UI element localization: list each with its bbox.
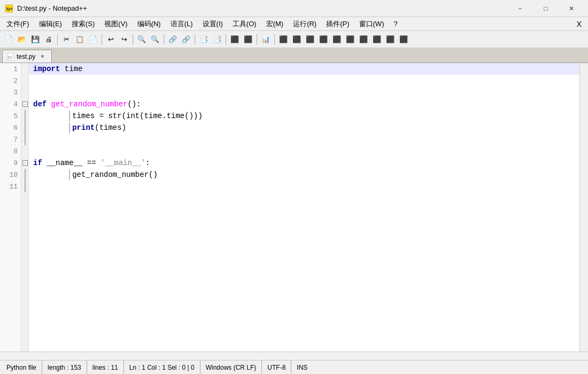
toolbar-btn-15[interactable]: 🔗 bbox=[166, 33, 179, 46]
block-bar bbox=[69, 122, 70, 133]
toolbar-btn-21[interactable]: ⬛ bbox=[228, 33, 241, 46]
toolbar-btn-9[interactable]: ↩ bbox=[104, 33, 117, 46]
margin-cell-4[interactable]: − bbox=[21, 98, 28, 110]
margin-cell-6 bbox=[21, 122, 28, 134]
toolbar-btn-19[interactable]: 📑 bbox=[211, 33, 223, 46]
toolbar-btn-22[interactable]: ⬛ bbox=[242, 33, 254, 46]
toolbar-btn-2[interactable]: 💾 bbox=[29, 33, 42, 46]
toolbar-btn-10[interactable]: ↪ bbox=[118, 33, 130, 46]
menu-item-p[interactable]: 插件(P) bbox=[322, 18, 353, 30]
menu-item-i[interactable]: 设置(I) bbox=[198, 18, 227, 30]
scrollbar-bottom[interactable] bbox=[0, 352, 588, 360]
svg-text:N+: N+ bbox=[6, 6, 13, 12]
toolbar-separator-4 bbox=[57, 34, 58, 45]
menu-item-f[interactable]: 文件(F) bbox=[2, 18, 34, 30]
code-line-7[interactable] bbox=[29, 134, 579, 145]
menu-item-e[interactable]: 编辑(E) bbox=[35, 18, 66, 30]
app-icon: N+ bbox=[4, 4, 14, 13]
margin-cell-7 bbox=[21, 134, 28, 145]
window-controls: − □ ✕ bbox=[508, 0, 584, 17]
toolbar-btn-29[interactable]: ⬛ bbox=[317, 33, 330, 46]
menu-item-w[interactable]: 窗口(W) bbox=[355, 18, 389, 30]
toolbar-btn-30[interactable]: ⬛ bbox=[330, 33, 343, 46]
editor-container: 1234567891011 −− import timedef get_rand… bbox=[0, 63, 588, 352]
menu-item-r[interactable]: 运行(R) bbox=[289, 18, 321, 30]
margin-cell-11 bbox=[21, 181, 28, 192]
menu-close-x[interactable]: X bbox=[572, 19, 586, 29]
line-number-7: 7 bbox=[0, 134, 21, 145]
tab-test-py[interactable]: py test.py × bbox=[2, 50, 52, 63]
code-line-5[interactable]: times = str(int(time.time())) bbox=[29, 110, 579, 122]
code-line-3[interactable] bbox=[29, 87, 579, 98]
line-number-5: 5 bbox=[0, 110, 21, 122]
tab-close-button[interactable]: × bbox=[38, 53, 46, 60]
toolbar-btn-0[interactable]: 📄 bbox=[2, 33, 15, 46]
toolbar-btn-33[interactable]: ⬛ bbox=[370, 33, 383, 46]
status-ins: INS bbox=[291, 361, 313, 374]
toolbar-btn-28[interactable]: ⬛ bbox=[304, 33, 316, 46]
margin-cell-9[interactable]: − bbox=[21, 157, 28, 169]
scrollbar-right[interactable] bbox=[579, 63, 588, 352]
margin-cell-2 bbox=[21, 75, 28, 87]
toolbar-btn-32[interactable]: ⬛ bbox=[357, 33, 370, 46]
code-line-6[interactable]: print(times) bbox=[29, 122, 579, 134]
menu-item-o[interactable]: 工具(O) bbox=[228, 18, 261, 30]
line-number-9: 9 bbox=[0, 157, 21, 169]
status-encoding: UTF-8 bbox=[262, 361, 291, 374]
svg-text:py: py bbox=[8, 55, 12, 59]
toolbar-btn-13[interactable]: 🔍 bbox=[149, 33, 161, 46]
line-number-1: 1 bbox=[0, 63, 21, 75]
toolbar-btn-27[interactable]: ⬛ bbox=[290, 33, 303, 46]
margin-cell-1 bbox=[21, 63, 28, 75]
code-line-2[interactable] bbox=[29, 75, 579, 87]
code-area[interactable]: import timedef get_random_number(): time… bbox=[29, 63, 579, 352]
fold-margin: −− bbox=[21, 63, 29, 352]
code-line-9[interactable]: if __name__ == '__main__': bbox=[29, 157, 579, 169]
toolbar-btn-16[interactable]: 🔗 bbox=[180, 33, 192, 46]
toolbar-btn-3[interactable]: 🖨 bbox=[42, 33, 55, 46]
toolbar-btn-34[interactable]: ⬛ bbox=[384, 33, 397, 46]
toolbar-btn-18[interactable]: 📑 bbox=[197, 33, 210, 46]
toolbar-separator-23 bbox=[257, 34, 257, 45]
minimize-button[interactable]: − bbox=[508, 0, 532, 17]
menu-item-l[interactable]: 语言(L) bbox=[166, 18, 197, 30]
margin-cell-3 bbox=[21, 87, 28, 98]
tab-file-icon: py bbox=[7, 53, 14, 60]
menu-item-[interactable]: ? bbox=[389, 19, 401, 29]
line-numbers: 1234567891011 bbox=[0, 63, 21, 352]
toolbar-separator-14 bbox=[164, 34, 164, 45]
code-line-10[interactable]: get_random_number() bbox=[29, 169, 579, 181]
line-number-2: 2 bbox=[0, 75, 21, 87]
toolbar-btn-35[interactable]: ⬛ bbox=[397, 33, 410, 46]
toolbar-btn-12[interactable]: 🔍 bbox=[135, 33, 148, 46]
maximize-button[interactable]: □ bbox=[533, 0, 558, 17]
tab-label: test.py bbox=[17, 53, 35, 60]
toolbar-btn-1[interactable]: 📂 bbox=[16, 33, 28, 46]
tab-bar: py test.py × bbox=[0, 48, 588, 63]
toolbar-btn-5[interactable]: ✂ bbox=[60, 33, 73, 46]
line-number-6: 6 bbox=[0, 122, 21, 134]
menu-item-v[interactable]: 视图(V) bbox=[100, 18, 131, 30]
margin-cell-5 bbox=[21, 110, 28, 122]
menu-item-s[interactable]: 搜索(S) bbox=[67, 18, 99, 30]
toolbar-btn-31[interactable]: ⬛ bbox=[344, 33, 357, 46]
menu-item-n[interactable]: 编码(N) bbox=[133, 18, 165, 30]
toolbar: 📄📂💾🖨✂📋📄↩↪🔍🔍🔗🔗📑📑⬛⬛📊⬛⬛⬛⬛⬛⬛⬛⬛⬛⬛ bbox=[0, 31, 588, 48]
menu-item-m[interactable]: 宏(M) bbox=[262, 18, 288, 30]
menu-bar: 文件(F)编辑(E)搜索(S)视图(V)编码(N)语言(L)设置(I)工具(O)… bbox=[0, 17, 588, 31]
margin-cell-8 bbox=[21, 145, 28, 157]
status-bar: Python file length : 153 lines : 11 Ln :… bbox=[0, 360, 588, 374]
code-line-11[interactable] bbox=[29, 181, 579, 192]
code-line-4[interactable]: def get_random_number(): bbox=[29, 98, 579, 110]
code-line-1[interactable]: import time bbox=[29, 63, 579, 75]
toolbar-btn-6[interactable]: 📋 bbox=[73, 33, 86, 46]
window-title: D:\test.py - Notepad++ bbox=[17, 4, 508, 12]
toolbar-btn-24[interactable]: 📊 bbox=[259, 33, 272, 46]
toolbar-btn-7[interactable]: 📄 bbox=[87, 33, 99, 46]
toolbar-separator-25 bbox=[274, 34, 275, 45]
status-line-ending: Windows (CR LF) bbox=[200, 361, 262, 374]
code-line-8[interactable] bbox=[29, 145, 579, 157]
close-button[interactable]: ✕ bbox=[559, 0, 584, 17]
toolbar-btn-26[interactable]: ⬛ bbox=[277, 33, 290, 46]
status-position: Ln : 1 Col : 1 Sel : 0 | 0 bbox=[124, 361, 200, 374]
